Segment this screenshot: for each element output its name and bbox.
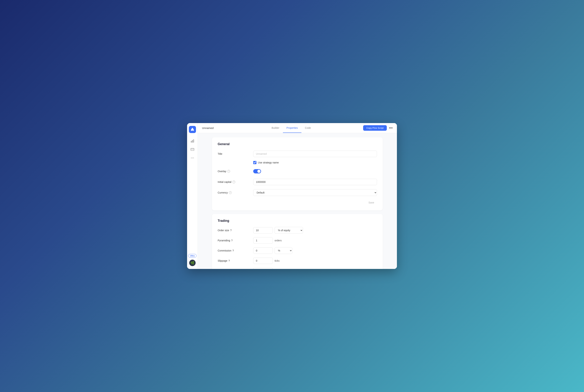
general-card: General Title Use strategy name [212,137,383,210]
commission-label: Commission ? [218,249,253,252]
svg-rect-1 [192,140,193,142]
header-actions: Copy Pine Script ••• [363,125,393,131]
title-label: Title [218,152,253,155]
sidebar-logo[interactable] [189,126,196,133]
initial-capital-control [253,179,377,185]
commission-input[interactable] [253,248,273,254]
initial-capital-row: Initial capital ? [218,178,377,186]
slippage-row: Slippage ? ticks [218,258,377,264]
commission-unit-select[interactable]: % USD [275,247,292,254]
margin-long-row: Margin long ? % [218,268,377,269]
currency-select[interactable]: Default USD EUR GBP JPY [253,189,377,196]
title-row: Title [218,150,377,158]
commission-row: Commission ? % USD [218,247,377,254]
use-strategy-name-row: Use strategy name [253,161,377,164]
commission-inputs: % USD [253,247,292,254]
initial-capital-input[interactable] [253,179,377,185]
copy-pine-script-button[interactable]: Copy Pine Script [363,125,387,131]
pyramiding-input[interactable] [253,237,273,244]
svg-rect-3 [191,148,194,151]
general-title: General [218,142,377,146]
trading-card: Trading Order size ? % of equity Contrac… [212,214,383,269]
commission-help-icon: ? [232,249,234,252]
header-title: Unnamed [202,126,214,130]
pyramiding-help-icon: ? [231,239,233,242]
tab-code[interactable]: Code [301,123,314,133]
svg-point-6 [192,158,193,158]
margin-long-input[interactable] [253,268,273,269]
app-container: Ultra 🌿 Unnamed Builder Properties Code … [187,123,397,269]
main-area: Unnamed Builder Properties Code Copy Pin… [198,123,397,269]
currency-control: Default USD EUR GBP JPY [253,189,377,196]
initial-capital-help-icon: ? [232,180,235,183]
overlay-control [253,169,377,174]
title-input[interactable] [253,151,377,157]
pyramiding-inputs: orders [253,237,282,244]
use-strategy-name-label: Use strategy name [258,161,279,164]
currency-row: Currency ? Default USD EUR GBP JPY [218,189,377,196]
pyramiding-unit: orders [275,239,282,242]
content-area: General Title Use strategy name [198,133,397,269]
sidebar: Ultra 🌿 [187,123,198,269]
sidebar-item-chart[interactable] [189,137,196,144]
slippage-label: Slippage ? [218,259,253,262]
order-size-inputs: % of equity Contracts % of position [253,227,303,234]
use-strategy-name-checkbox[interactable] [253,161,256,164]
pyramiding-row: Pyramiding ? orders [218,237,377,244]
pyramiding-label: Pyramiding ? [218,239,253,242]
order-size-unit-select[interactable]: % of equity Contracts % of position [275,227,303,234]
svg-rect-0 [191,141,191,142]
svg-point-7 [193,158,194,158]
more-options-button[interactable]: ••• [389,126,393,130]
overlay-label: Overlay ? [218,170,253,173]
slippage-help-icon: ? [228,259,230,262]
save-button[interactable]: Save [366,200,377,206]
tab-properties[interactable]: Properties [283,123,301,133]
currency-help-icon: ? [229,191,232,194]
svg-rect-2 [193,140,194,142]
trading-title: Trading [218,219,377,223]
overlay-toggle[interactable] [253,169,261,174]
overlay-help-icon: ? [227,170,230,173]
avatar[interactable]: 🌿 [189,260,196,266]
ultra-badge[interactable]: Ultra [188,254,196,258]
general-card-footer: Save [218,200,377,206]
margin-long-inputs: % [253,268,277,269]
slippage-unit: ticks [275,259,280,262]
order-size-label: Order size ? [218,229,253,232]
more-icon: ••• [389,126,393,130]
sidebar-item-card[interactable] [189,146,196,153]
currency-label: Currency ? [218,191,253,194]
slippage-input[interactable] [253,258,273,264]
order-size-row: Order size ? % of equity Contracts % of … [218,227,377,234]
tab-builder[interactable]: Builder [268,123,283,133]
overlay-row: Overlay ? [218,168,377,175]
order-size-input[interactable] [253,227,273,234]
order-size-help-icon: ? [230,229,232,232]
header: Unnamed Builder Properties Code Copy Pin… [198,123,397,133]
svg-point-5 [191,158,191,158]
slippage-inputs: ticks [253,258,280,264]
header-tabs: Builder Properties Code [219,123,363,133]
title-control [253,151,377,157]
initial-capital-label: Initial capital ? [218,180,253,183]
sidebar-item-more[interactable] [189,154,196,162]
